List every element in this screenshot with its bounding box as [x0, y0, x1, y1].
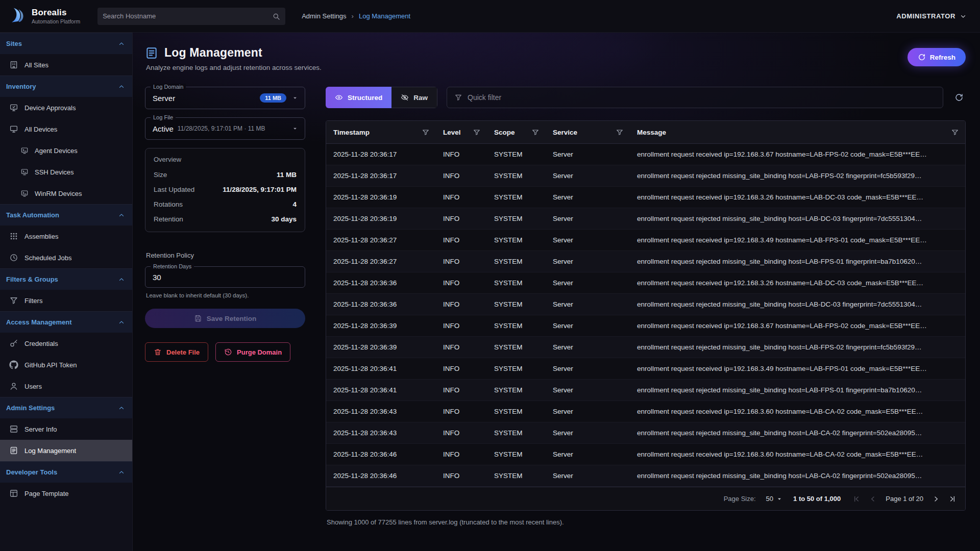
sidebar-section-task-automation[interactable]: Task Automation — [0, 204, 132, 226]
cell-service: Server — [546, 172, 630, 180]
sidebar-item-users[interactable]: Users — [0, 375, 132, 397]
quick-filter-input[interactable] — [468, 93, 936, 102]
table-row[interactable]: 2025-11-28 20:36:41 INFO SYSTEM Server e… — [326, 358, 965, 380]
cell-timestamp: 2025-11-28 20:36:19 — [326, 215, 436, 222]
cell-service: Server — [546, 386, 630, 394]
sidebar: Sites All Sites Inventory Device Approva… — [0, 33, 133, 551]
cell-level: INFO — [436, 429, 487, 437]
cell-level: INFO — [436, 450, 487, 458]
cell-message: enrollment request rejected missing_site… — [630, 172, 965, 180]
cell-timestamp: 2025-11-28 20:36:27 — [326, 236, 436, 244]
raw-mode-button[interactable]: Raw — [391, 87, 437, 108]
table-row[interactable]: 2025-11-28 20:36:39 INFO SYSTEM Server e… — [326, 337, 965, 358]
sidebar-item-server-info[interactable]: Server Info — [0, 418, 132, 440]
table-row[interactable]: 2025-11-28 20:36:43 INFO SYSTEM Server e… — [326, 401, 965, 422]
sidebar-item-filters[interactable]: Filters — [0, 290, 132, 311]
cell-scope: SYSTEM — [487, 386, 546, 394]
sidebar-item-credentials[interactable]: Credentials — [0, 333, 132, 354]
sidebar-item-log-management[interactable]: Log Management — [0, 440, 132, 461]
sidebar-item-winrm-devices[interactable]: WinRM Devices — [0, 183, 132, 204]
column-filter-icon[interactable] — [616, 128, 624, 136]
cell-scope: SYSTEM — [487, 215, 546, 222]
sidebar-item-all-devices[interactable]: All Devices — [0, 118, 132, 140]
cell-timestamp: 2025-11-28 20:36:36 — [326, 300, 436, 308]
table-row[interactable]: 2025-11-28 20:36:46 INFO SYSTEM Server e… — [326, 444, 965, 465]
app-root: Borealis Automation Platform Admin Setti… — [0, 0, 980, 551]
table-row[interactable]: 2025-11-28 20:36:46 INFO SYSTEM Server e… — [326, 465, 965, 487]
column-filter-icon[interactable] — [473, 128, 481, 136]
sidebar-item-all-sites[interactable]: All Sites — [0, 54, 132, 76]
sidebar-item-ssh-devices[interactable]: SSH Devices — [0, 161, 132, 183]
sidebar-item-assemblies[interactable]: Assemblies — [0, 226, 132, 247]
table-row[interactable]: 2025-11-28 20:36:19 INFO SYSTEM Server e… — [326, 208, 965, 230]
search-input[interactable] — [103, 12, 268, 20]
column-filter-icon[interactable] — [951, 128, 959, 136]
cell-scope: SYSTEM — [487, 151, 546, 158]
purge-domain-button[interactable]: Purge Domain — [215, 342, 290, 362]
cell-service: Server — [546, 151, 630, 158]
sidebar-section-sites[interactable]: Sites — [0, 33, 132, 54]
chevron-up-icon — [118, 83, 125, 90]
cell-timestamp: 2025-11-28 20:36:43 — [326, 408, 436, 415]
user-menu-button[interactable]: ADMINISTRATOR — [896, 12, 967, 20]
sidebar-item-label: Filters — [24, 297, 42, 305]
table-row[interactable]: 2025-11-28 20:36:17 INFO SYSTEM Server e… — [326, 165, 965, 187]
table-row[interactable]: 2025-11-28 20:36:41 INFO SYSTEM Server e… — [326, 380, 965, 401]
cell-message: enrollment request rejected missing_site… — [630, 386, 965, 394]
cell-level: INFO — [436, 322, 487, 330]
sidebar-section-admin-settings[interactable]: Admin Settings — [0, 397, 132, 418]
retention-days-input[interactable] — [153, 273, 298, 282]
cell-level: INFO — [436, 386, 487, 394]
cell-message: enrollment request received ip=192.168.3… — [630, 151, 965, 158]
page-size-select[interactable]: 50 — [766, 495, 783, 503]
sidebar-section-filters-groups[interactable]: Filters & Groups — [0, 268, 132, 290]
funnel-icon — [9, 296, 18, 305]
sidebar-item-github-api-token[interactable]: GitHub API Token — [0, 354, 132, 375]
cell-timestamp: 2025-11-28 20:36:39 — [326, 322, 436, 330]
sidebar-item-label: Credentials — [24, 340, 58, 347]
breadcrumb-current[interactable]: Log Management — [359, 12, 410, 20]
table-row[interactable]: 2025-11-28 20:36:27 INFO SYSTEM Server e… — [326, 230, 965, 251]
last-page-button[interactable] — [947, 493, 958, 505]
sidebar-section-access-management[interactable]: Access Management — [0, 311, 132, 333]
column-filter-icon[interactable] — [531, 128, 540, 136]
table-row[interactable]: 2025-11-28 20:36:19 INFO SYSTEM Server e… — [326, 187, 965, 208]
monitor-icon — [9, 124, 18, 134]
sidebar-item-label: Page Template — [24, 490, 69, 497]
sidebar-item-device-approvals[interactable]: Device Approvals — [0, 97, 132, 118]
table-refresh-button[interactable] — [952, 91, 966, 104]
sidebar-item-agent-devices[interactable]: Agent Devices — [0, 140, 132, 161]
save-retention-button[interactable]: Save Retention — [145, 309, 305, 328]
log-viewer-panel: Structured Raw — [326, 87, 966, 526]
cell-timestamp: 2025-11-28 20:36:41 — [326, 386, 436, 394]
table-row[interactable]: 2025-11-28 20:36:43 INFO SYSTEM Server e… — [326, 422, 965, 444]
delete-file-button[interactable]: Delete File — [145, 342, 208, 362]
next-page-button[interactable] — [930, 493, 942, 505]
refresh-button[interactable]: Refresh — [908, 48, 966, 66]
filter-funnel-icon — [454, 93, 462, 102]
table-row[interactable]: 2025-11-28 20:36:36 INFO SYSTEM Server e… — [326, 294, 965, 315]
sidebar-item-label: SSH Devices — [35, 168, 74, 176]
cell-scope: SYSTEM — [487, 450, 546, 458]
sidebar-item-page-template[interactable]: Page Template — [0, 483, 132, 504]
log-file-select[interactable]: Log File Active 11/28/2025, 9:17:01 PM ·… — [145, 117, 305, 140]
previous-page-button[interactable] — [867, 493, 878, 505]
table-row[interactable]: 2025-11-28 20:36:36 INFO SYSTEM Server e… — [326, 272, 965, 294]
sidebar-section-developer-tools[interactable]: Developer Tools — [0, 461, 132, 483]
cell-timestamp: 2025-11-28 20:36:41 — [326, 365, 436, 372]
table-row[interactable]: 2025-11-28 20:36:17 INFO SYSTEM Server e… — [326, 144, 965, 165]
log-domain-select[interactable]: Log Domain Server 11 MB — [145, 87, 305, 109]
cell-message: enrollment request received ip=192.168.3… — [630, 279, 965, 287]
brand: Borealis Automation Platform — [7, 5, 80, 28]
top-bar: Borealis Automation Platform Admin Setti… — [0, 0, 980, 33]
sidebar-section-inventory[interactable]: Inventory — [0, 76, 132, 97]
search-icon — [272, 12, 280, 20]
breadcrumb-parent[interactable]: Admin Settings — [302, 12, 346, 20]
structured-mode-button[interactable]: Structured — [326, 87, 391, 108]
sidebar-item-scheduled-jobs[interactable]: Scheduled Jobs — [0, 247, 132, 268]
trash-icon — [154, 348, 162, 356]
table-row[interactable]: 2025-11-28 20:36:27 INFO SYSTEM Server e… — [326, 251, 965, 272]
table-row[interactable]: 2025-11-28 20:36:39 INFO SYSTEM Server e… — [326, 315, 965, 337]
column-filter-icon[interactable] — [422, 128, 430, 136]
first-page-button[interactable] — [851, 493, 862, 505]
